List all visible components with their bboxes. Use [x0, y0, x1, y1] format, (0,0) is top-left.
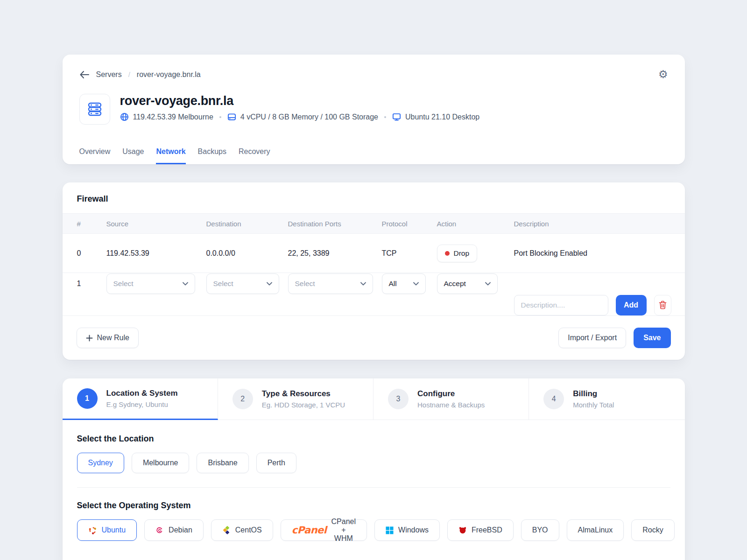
save-button[interactable]: Save [634, 328, 670, 348]
globe-icon [120, 112, 129, 121]
rule-protocol: TCP [382, 249, 437, 258]
chevron-down-icon [183, 282, 188, 286]
col-index: # [77, 220, 106, 228]
new-rule-button[interactable]: New Rule [77, 328, 139, 348]
tab-overview[interactable]: Overview [79, 147, 111, 164]
os-option-centos[interactable]: CentOS [211, 519, 273, 541]
protocol-select[interactable]: All [382, 273, 426, 294]
provision-wizard-card: 1 Location & System E.g Sydney, Ubuntu 2… [63, 378, 685, 560]
debian-logo-icon [155, 526, 164, 534]
rule-index: 1 [77, 280, 106, 288]
settings-button[interactable]: ⚙ [658, 69, 668, 80]
back-arrow-icon[interactable] [79, 70, 90, 79]
description-input[interactable] [514, 295, 608, 315]
plus-icon [86, 335, 93, 342]
step-number-badge: 4 [543, 389, 564, 409]
location-option-melbourne[interactable]: Melbourne [132, 453, 190, 473]
step-billing[interactable]: 4 Billing Monthly Total [529, 378, 684, 420]
meta-separator-dot [219, 116, 221, 118]
freebsd-logo-icon [458, 526, 467, 534]
wizard-stepper: 1 Location & System E.g Sydney, Ubuntu 2… [63, 378, 685, 420]
delete-rule-button[interactable] [654, 295, 671, 315]
firewall-new-rule-row: 1 Select Select Select [63, 273, 685, 315]
tab-usage[interactable]: Usage [122, 147, 144, 164]
os-option-windows[interactable]: Windows [374, 519, 440, 541]
table-row: 0 119.42.53.39 0.0.0.0/0 22, 25, 3389 TC… [63, 234, 685, 273]
chevron-down-icon [267, 282, 272, 286]
ports-select[interactable]: Select [288, 273, 373, 294]
rule-source: 119.42.53.39 [106, 249, 206, 258]
action-drop-pill[interactable]: Drop [437, 245, 478, 262]
step-number-badge: 3 [388, 389, 409, 409]
os-option-almalinux[interactable]: AlmaLinux [567, 519, 624, 541]
chevron-down-icon [485, 282, 491, 286]
col-destination-ports: Destination Ports [288, 220, 382, 228]
chevron-down-icon [413, 282, 419, 286]
os-option-debian[interactable]: Debian [144, 519, 204, 541]
windows-logo-icon [386, 526, 394, 534]
cpanel-logo-icon: cPanel [292, 525, 327, 536]
gear-icon: ⚙ [658, 69, 668, 80]
rule-description: Port Blocking Enabled [514, 249, 670, 258]
section-divider [77, 487, 670, 488]
action-select[interactable]: Accept [437, 273, 498, 294]
action-drop-label: Drop [454, 249, 470, 258]
breadcrumb-root[interactable]: Servers [96, 70, 122, 79]
chevron-down-icon [360, 282, 366, 286]
server-specs: 4 vCPU / 8 GB Memory / 100 GB Storage [240, 113, 378, 121]
col-destination: Destination [206, 220, 288, 228]
os-option-ubuntu[interactable]: Ubuntu [77, 519, 137, 541]
add-rule-button[interactable]: Add [616, 295, 647, 315]
location-section-title: Select the Location [77, 434, 670, 444]
tab-recovery[interactable]: Recovery [239, 147, 270, 164]
step-location-system[interactable]: 1 Location & System E.g Sydney, Ubuntu [63, 378, 218, 420]
drop-status-dot-icon [445, 251, 450, 256]
meta-separator-dot [384, 116, 386, 118]
col-protocol: Protocol [382, 220, 437, 228]
server-ip-location: 119.42.53.39 Melbourne [133, 113, 213, 121]
rule-destination: 0.0.0.0/0 [206, 249, 288, 258]
destination-select[interactable]: Select [206, 273, 279, 294]
tab-network[interactable]: Network [156, 147, 185, 164]
page-title: rover-voyage.bnr.la [120, 94, 480, 108]
os-option-cpanel[interactable]: cPanel CPanel + WHM [281, 519, 367, 541]
centos-logo-icon [222, 526, 231, 534]
import-export-button[interactable]: Import / Export [558, 328, 626, 348]
server-os: Ubuntu 21.10 Desktop [405, 113, 479, 121]
step-number-badge: 2 [233, 389, 253, 409]
step-type-resources[interactable]: 2 Type & Resources Eg. HDD Storage, 1 VC… [218, 378, 374, 420]
server-tabs: Overview Usage Network Backups Recovery [79, 147, 668, 164]
location-options: Sydney Melbourne Brisbane Perth [77, 453, 670, 473]
rule-ports: 22, 25, 3389 [288, 249, 382, 258]
os-option-byo[interactable]: BYO [521, 519, 559, 541]
breadcrumb-current: rover-voyage.bnr.la [137, 70, 201, 79]
step-configure[interactable]: 3 Configure Hostname & Backups [374, 378, 529, 420]
page: Servers / rover-voyage.bnr.la ⚙ rover-vo… [63, 0, 685, 560]
monitor-icon [392, 112, 401, 121]
firewall-table-header: # Source Destination Destination Ports P… [63, 213, 685, 234]
trash-icon [659, 301, 667, 309]
source-select[interactable]: Select [106, 273, 195, 294]
step-number-badge: 1 [77, 388, 98, 409]
tab-backups[interactable]: Backups [198, 147, 226, 164]
firewall-card: Firewall # Source Destination Destinatio… [63, 182, 685, 360]
col-action: Action [437, 220, 514, 228]
breadcrumb-separator: / [128, 70, 130, 78]
os-options: Ubuntu Debian [77, 519, 670, 541]
hard-drive-icon [227, 112, 236, 121]
server-header-card: Servers / rover-voyage.bnr.la ⚙ rover-vo… [63, 55, 685, 164]
os-option-freebsd[interactable]: FreeBSD [447, 519, 514, 541]
server-identity: rover-voyage.bnr.la 119.42.53.39 Melbour… [79, 94, 668, 125]
server-rack-icon [85, 100, 104, 119]
location-option-sydney[interactable]: Sydney [77, 453, 124, 473]
ubuntu-logo-icon [88, 526, 97, 535]
server-meta: 119.42.53.39 Melbourne 4 vCPU / 8 GB Mem… [120, 112, 480, 121]
firewall-title: Firewall [63, 182, 685, 213]
location-option-perth[interactable]: Perth [256, 453, 296, 473]
col-source: Source [106, 220, 206, 228]
os-option-rocky[interactable]: Rocky [631, 519, 674, 541]
firewall-footer: New Rule Import / Export Save [63, 315, 685, 360]
col-description: Description [514, 220, 670, 228]
location-option-brisbane[interactable]: Brisbane [197, 453, 248, 473]
breadcrumb: Servers / rover-voyage.bnr.la ⚙ [79, 69, 668, 80]
